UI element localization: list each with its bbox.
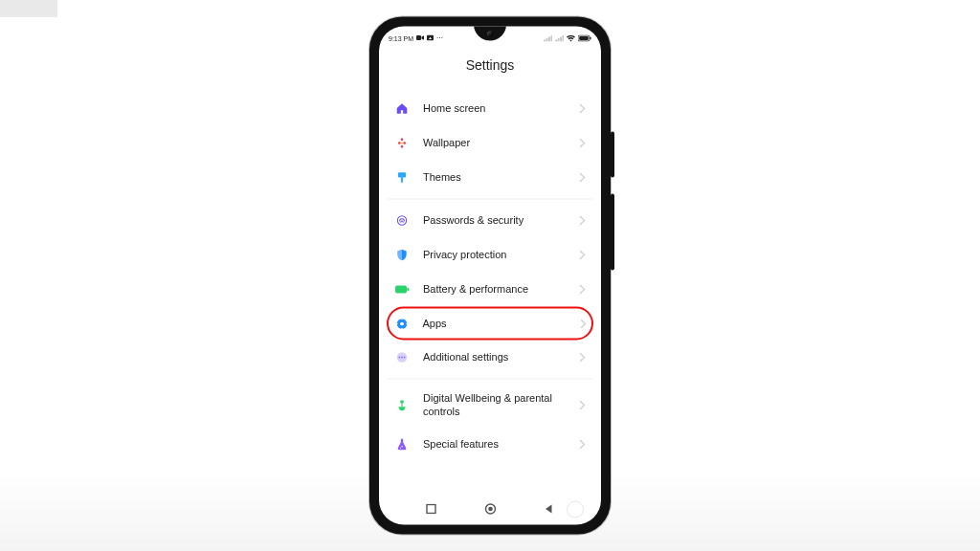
svg-rect-15 <box>395 322 397 323</box>
svg-point-19 <box>401 357 403 359</box>
chevron-right-icon <box>579 435 586 452</box>
chevron-right-icon <box>579 135 586 152</box>
row-home-screen[interactable]: Home screen <box>387 92 593 126</box>
svg-rect-9 <box>395 286 407 294</box>
svg-rect-7 <box>401 178 403 180</box>
nav-recent-button[interactable] <box>425 502 438 516</box>
row-additional-settings[interactable]: Additional settings <box>387 341 593 375</box>
statusbar-time: 9:13 PM <box>389 34 413 41</box>
settings-list: Home screen Wallpaper Themes <box>379 88 601 466</box>
row-wallpaper[interactable]: Wallpaper <box>387 126 593 161</box>
svg-point-8 <box>397 216 406 225</box>
wifi-icon <box>567 34 575 41</box>
chevron-right-icon <box>579 247 586 264</box>
camera-indicator-icon <box>416 35 424 41</box>
nav-back-button[interactable] <box>543 502 556 516</box>
row-label: Apps <box>423 317 580 330</box>
gear-icon <box>394 316 410 331</box>
svg-point-20 <box>404 357 406 359</box>
row-label: Wallpaper <box>423 137 579 150</box>
fingerprint-icon <box>394 213 410 229</box>
svg-point-18 <box>398 357 400 359</box>
chevron-right-icon <box>579 396 586 413</box>
page-corner-stub <box>0 0 57 17</box>
battery-icon <box>394 282 410 298</box>
svg-point-23 <box>400 447 401 448</box>
chevron-right-icon <box>579 212 586 230</box>
shield-icon <box>394 248 410 263</box>
cast-indicator-icon <box>427 35 434 41</box>
row-label: Themes <box>423 171 579 185</box>
row-label: Home screen <box>423 102 579 116</box>
row-passwords-security[interactable]: Passwords & security <box>387 204 593 238</box>
settings-group: Digital Wellbeing & parental controls Sp… <box>387 380 593 466</box>
row-label: Battery & performance <box>423 283 579 297</box>
flower-icon <box>394 136 410 151</box>
page-title: Settings <box>379 46 601 88</box>
svg-rect-0 <box>416 35 421 40</box>
settings-group: Passwords & security Privacy protection … <box>387 200 593 380</box>
svg-point-21 <box>400 400 404 404</box>
wellbeing-icon <box>394 397 410 412</box>
nav-assist-ring <box>567 501 584 518</box>
row-label: Digital Wellbeing & parental controls <box>423 392 579 419</box>
svg-point-22 <box>401 446 403 448</box>
svg-rect-14 <box>401 327 402 329</box>
nav-home-button[interactable] <box>483 502 497 516</box>
row-label: Privacy protection <box>423 249 579 262</box>
row-themes[interactable]: Themes <box>387 161 593 195</box>
chevron-right-icon <box>580 315 587 332</box>
row-privacy-protection[interactable]: Privacy protection <box>387 238 593 273</box>
chevron-right-icon <box>579 169 586 187</box>
phone-frame: 9:13 PM ⋯ <box>369 17 611 535</box>
chevron-right-icon <box>579 349 586 366</box>
svg-rect-24 <box>427 504 435 513</box>
svg-rect-4 <box>590 36 590 39</box>
row-battery-performance[interactable]: Battery & performance <box>387 273 593 307</box>
row-digital-wellbeing[interactable]: Digital Wellbeing & parental controls <box>387 384 593 428</box>
svg-point-26 <box>488 506 493 511</box>
svg-point-12 <box>400 321 404 325</box>
chevron-right-icon <box>579 281 586 298</box>
settings-group: Home screen Wallpaper Themes <box>387 88 593 200</box>
signal-2-icon <box>555 34 564 41</box>
row-label: Passwords & security <box>423 214 579 228</box>
brush-icon <box>394 170 410 186</box>
battery-icon <box>578 34 591 41</box>
signal-icon <box>544 34 552 41</box>
svg-rect-16 <box>406 322 408 323</box>
phone-screen: 9:13 PM ⋯ <box>379 27 601 525</box>
svg-rect-10 <box>407 288 409 292</box>
dots-icon <box>394 350 410 365</box>
chevron-right-icon <box>579 100 586 118</box>
home-icon <box>394 101 410 117</box>
svg-rect-6 <box>398 172 406 177</box>
flask-icon <box>394 436 410 452</box>
svg-rect-3 <box>579 36 589 40</box>
svg-rect-13 <box>401 318 402 320</box>
more-indicator-icon: ⋯ <box>436 34 444 42</box>
row-special-features[interactable]: Special features <box>387 427 593 461</box>
svg-point-5 <box>401 142 404 144</box>
row-label: Special features <box>423 437 579 451</box>
row-label: Additional settings <box>423 351 579 364</box>
row-apps[interactable]: Apps <box>387 307 593 341</box>
